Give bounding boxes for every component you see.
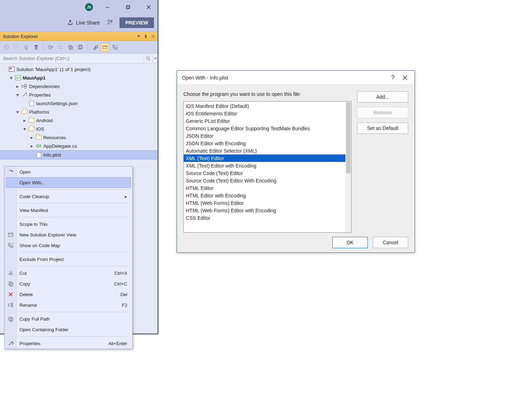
- feedback-icon[interactable]: [106, 19, 113, 27]
- ctx-properties[interactable]: Properties Alt+Enter: [5, 338, 132, 349]
- panel-dropdown-icon[interactable]: [135, 33, 142, 39]
- list-item[interactable]: JSON Editor: [184, 132, 351, 140]
- add-button[interactable]: Add...: [357, 91, 408, 103]
- list-item[interactable]: JSON Editor with Encoding: [184, 140, 351, 147]
- list-item[interactable]: iOS Entitlements Editor: [184, 110, 351, 117]
- infoplist-node[interactable]: Info.plist: [0, 150, 157, 159]
- ctx-scope-label: Scope to This: [20, 222, 127, 227]
- list-item[interactable]: Source Code (Text) Editor: [184, 169, 351, 177]
- chevron-right-icon[interactable]: ▸: [29, 135, 34, 140]
- ctx-new-explorer[interactable]: New Solution Explorer View: [5, 229, 132, 240]
- dependencies-node[interactable]: ▸ Dependencies: [0, 82, 157, 91]
- ctx-scope[interactable]: Scope to This: [5, 219, 132, 229]
- ctx-exclude[interactable]: Exclude From Project: [5, 254, 132, 265]
- appdelegate-node[interactable]: ▸ C# AppDelegate.cs: [0, 142, 157, 150]
- svg-line-38: [403, 76, 407, 80]
- pin-icon[interactable]: [143, 33, 149, 39]
- maximize-button[interactable]: [122, 2, 134, 12]
- ctx-open-with[interactable]: Open With...: [6, 177, 131, 188]
- chevron-down-icon[interactable]: ▾: [15, 92, 20, 98]
- scrollbar[interactable]: [345, 102, 351, 232]
- chevron-right-icon[interactable]: ▸: [29, 143, 34, 149]
- project-node[interactable]: ▾ C# MauiApp1: [0, 73, 157, 82]
- list-item[interactable]: iOS Manifest Editor (Default): [184, 102, 351, 110]
- live-share-label: Live Share: [76, 20, 100, 26]
- close-button[interactable]: [143, 2, 155, 12]
- user-badge[interactable]: JS: [85, 3, 93, 11]
- list-item[interactable]: XML (Text) Editor with Encoding: [184, 162, 351, 169]
- svg-rect-36: [10, 318, 13, 321]
- list-item[interactable]: HTML Editor with Encoding: [184, 192, 351, 199]
- resources-node[interactable]: ▸ Resources: [0, 133, 157, 142]
- list-item[interactable]: HTML Editor: [184, 184, 351, 192]
- platforms-node[interactable]: ▾ Platforms: [0, 108, 157, 116]
- list-item[interactable]: Generic PList Editor: [184, 117, 351, 125]
- set-default-button[interactable]: Set as Default: [357, 122, 408, 134]
- titlebar: JS Live Share PREVIEW: [0, 0, 157, 32]
- ctx-code-cleanup[interactable]: Code Cleanup ▸: [5, 191, 132, 202]
- minimize-button[interactable]: [101, 2, 113, 12]
- list-item[interactable]: Automatic Editor Selector (XML): [184, 147, 351, 154]
- panel-close-icon[interactable]: [150, 33, 156, 39]
- properties-node[interactable]: ▾ Properties: [0, 91, 157, 99]
- list-item[interactable]: XML (Text) Editor: [184, 154, 351, 162]
- svg-rect-11: [69, 45, 72, 48]
- svg-rect-27: [9, 282, 12, 285]
- svg-point-10: [48, 45, 52, 49]
- search-input[interactable]: [0, 54, 144, 63]
- list-item[interactable]: HTML (Web Forms) Editor: [184, 199, 351, 207]
- ctx-open[interactable]: Open: [5, 167, 132, 177]
- chevron-down-icon[interactable]: ▾: [15, 109, 20, 115]
- list-item[interactable]: Common Language Editor Supporting TextMa…: [184, 125, 351, 132]
- open-with-dialog: Open With - Info.plist ? Choose the prog…: [177, 70, 415, 253]
- list-item[interactable]: CSS Editor: [184, 214, 351, 222]
- switch-views-button[interactable]: [32, 43, 40, 51]
- ok-button[interactable]: OK: [332, 237, 368, 248]
- chevron-right-icon[interactable]: ▸: [15, 83, 20, 89]
- ctx-copy-path[interactable]: Copy Full Path: [5, 314, 132, 324]
- launchsettings-node[interactable]: launchSettings.json: [0, 99, 157, 108]
- dialog-close-button[interactable]: [399, 72, 411, 84]
- solution-node[interactable]: Solution 'MauiApp1' (1 of 1 project): [0, 65, 157, 73]
- show-all-files-button[interactable]: [76, 43, 85, 51]
- back-button[interactable]: [2, 43, 11, 51]
- chevron-down-icon[interactable]: ▾: [9, 75, 13, 81]
- ctx-view-manifest[interactable]: View Manifest: [5, 205, 132, 216]
- copy-path-icon: [7, 316, 14, 322]
- list-item[interactable]: HTML (Web Forms) Editor with Encoding: [184, 207, 351, 214]
- chevron-down-icon[interactable]: ▾: [22, 126, 27, 132]
- ctx-delete[interactable]: Delete Del: [5, 289, 132, 300]
- sync-button[interactable]: [56, 43, 65, 51]
- ios-node[interactable]: ▾ iOS: [0, 125, 157, 133]
- ctx-open-folder[interactable]: Open Containing Folder: [5, 324, 132, 335]
- chevron-right-icon[interactable]: ▸: [22, 118, 27, 123]
- search-dropdown[interactable]: [153, 54, 157, 63]
- forward-button[interactable]: [12, 43, 21, 51]
- properties-button[interactable]: [91, 43, 99, 51]
- folder-icon: [35, 135, 42, 140]
- editor-listbox[interactable]: iOS Manifest Editor (Default)iOS Entitle…: [183, 101, 351, 233]
- svg-rect-23: [9, 243, 10, 245]
- scrollbar-thumb[interactable]: [346, 102, 350, 173]
- android-label: Android: [36, 118, 53, 123]
- ctx-cut[interactable]: Cut Ctrl+X: [5, 268, 132, 278]
- android-node[interactable]: ▸ Android: [0, 116, 157, 125]
- live-share-button[interactable]: Live Share: [67, 19, 100, 27]
- rename-icon: [7, 302, 14, 308]
- help-button[interactable]: ?: [387, 72, 399, 84]
- view-nodes-button[interactable]: [111, 43, 119, 51]
- ctx-code-map[interactable]: Show on Code Map: [5, 240, 132, 251]
- pending-changes-filter[interactable]: [46, 43, 55, 51]
- collapse-all-button[interactable]: [66, 43, 75, 51]
- cancel-button[interactable]: Cancel: [373, 237, 408, 248]
- ctx-rename[interactable]: Rename F2: [5, 300, 132, 310]
- list-item[interactable]: Source Code (Text) Editor With Encoding: [184, 177, 351, 184]
- svg-rect-28: [10, 283, 13, 286]
- ctx-copy[interactable]: Copy Ctrl+C: [5, 278, 132, 289]
- home-button[interactable]: [22, 43, 31, 51]
- preview-selected-button[interactable]: [101, 43, 109, 51]
- svg-line-6: [151, 35, 155, 38]
- dialog-title: Open With - Info.plist: [182, 75, 387, 81]
- search-icon[interactable]: [144, 54, 153, 63]
- dialog-titlebar: Open With - Info.plist ?: [177, 71, 415, 85]
